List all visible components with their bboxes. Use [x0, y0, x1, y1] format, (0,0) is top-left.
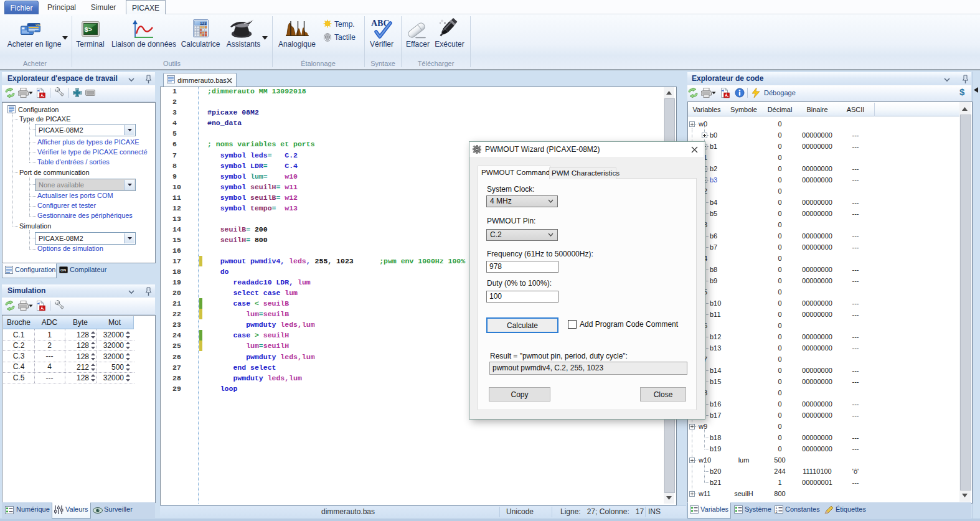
- svg-text:123: 123: [200, 21, 207, 26]
- svg-text:$>: $>: [85, 26, 93, 34]
- svg-text:VISA: VISA: [35, 24, 40, 27]
- svg-text:2: 2: [776, 510, 778, 514]
- svg-text:ON: ON: [60, 268, 66, 272]
